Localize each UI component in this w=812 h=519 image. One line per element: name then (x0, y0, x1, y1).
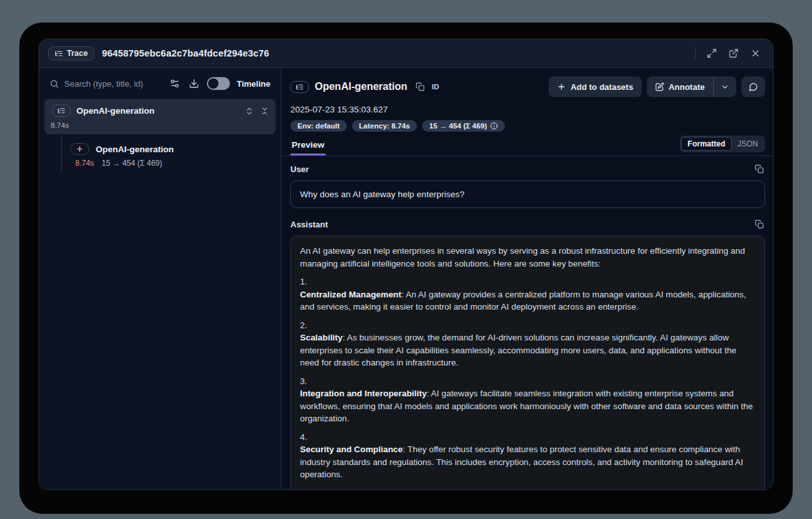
generation-node-duration: 8.74s (75, 159, 94, 168)
chevrons-up-down-icon[interactable] (245, 107, 254, 116)
assistant-message[interactable]: An AI gateway can help enterprises in se… (290, 236, 765, 489)
generation-node-name: OpenAI-generation (96, 145, 276, 154)
observation-type-icon (290, 81, 309, 93)
observation-actions: Add to datasets Annotate (549, 76, 765, 97)
assistant-section-label: Assistant (290, 220, 328, 229)
copy-assistant-button[interactable] (754, 218, 765, 230)
toggle-knob (208, 78, 218, 89)
trace-tree: OpenAI-generation 8.74s (39, 96, 281, 168)
tree-connector-line (61, 136, 62, 172)
trace-badge-label: Trace (67, 49, 88, 58)
trace-type-badge: Trace (48, 46, 94, 60)
download-button[interactable] (188, 77, 200, 90)
open-in-new-button[interactable] (725, 45, 742, 62)
assistant-list-item: 2. Scalability: As businesses grow, the … (300, 319, 755, 369)
comment-bubble-icon (748, 82, 758, 92)
format-toggle-formatted[interactable]: Formatted (681, 137, 732, 151)
annotate-label: Annotate (669, 82, 705, 92)
trace-node-icon (52, 105, 71, 117)
trace-id: 96458795ebc6a2c7ba4fdcef294e3c76 (102, 48, 269, 58)
annotate-button[interactable]: Annotate (647, 76, 713, 97)
user-message: Why does an AI gateway help enterprises? (290, 180, 765, 208)
root-node-duration: 8.74s (51, 121, 269, 129)
assistant-list-item: 3. Integration and Interoperability: AI … (300, 375, 755, 425)
tab-preview[interactable]: Preview (290, 137, 326, 155)
env-badge: Env: default (290, 120, 347, 132)
chevron-down-icon (721, 83, 729, 91)
comments-button[interactable] (741, 76, 765, 97)
download-icon (189, 78, 199, 89)
filter-settings-button[interactable] (168, 77, 181, 90)
assistant-section-header: Assistant (290, 218, 765, 230)
titlebar-actions (695, 45, 764, 62)
info-icon (490, 122, 498, 130)
sliders-icon (170, 78, 180, 89)
observation-detail-panel: OpenAI-generation ID (281, 68, 773, 489)
tree-node-generation[interactable]: OpenAI-generation 8.74s 15 → 454 (Σ 469) (44, 134, 276, 168)
trace-detail-modal: Trace 96458795ebc6a2c7ba4fdcef294e3c76 (39, 39, 773, 490)
tree-node-actions (245, 107, 269, 116)
preview-tabs-row: Preview Formatted JSON (281, 132, 773, 156)
observation-header: OpenAI-generation ID (281, 68, 773, 132)
search-box[interactable] (49, 79, 162, 89)
trace-tree-sidebar: Timeline OpenAI-generation (39, 68, 281, 489)
root-node-name: OpenAI-generation (76, 106, 239, 116)
generation-node-tokens: 15 → 454 (Σ 469) (102, 159, 162, 168)
edit-icon (655, 82, 664, 91)
plus-icon (557, 82, 566, 91)
active-tab-indicator (290, 154, 326, 155)
token-usage-badge[interactable]: 15 → 454 (Σ 469) (422, 120, 505, 132)
generation-node-icon (70, 143, 89, 155)
format-toggle-json[interactable]: JSON (732, 137, 764, 150)
add-to-datasets-button[interactable]: Add to datasets (549, 76, 642, 97)
observation-title: OpenAI-generation (315, 81, 407, 92)
annotate-split-button: Annotate (647, 76, 736, 97)
assistant-list-item: 1. Centralized Management: An AI gateway… (300, 276, 755, 313)
list-tree-icon (55, 49, 63, 58)
observation-timestamp: 2025-07-23 15:35:03.627 (290, 105, 765, 114)
timeline-toggle-label: Timeline (236, 79, 270, 89)
user-section-header: User (290, 163, 765, 175)
close-button[interactable] (747, 45, 764, 62)
external-link-icon (728, 48, 739, 58)
assistant-intro: An AI gateway can help enterprises in se… (300, 245, 755, 270)
latency-badge: Latency: 8.74s (352, 120, 417, 132)
format-toggle: Formatted JSON (680, 136, 765, 152)
tree-node-trace-root[interactable]: OpenAI-generation 8.74s (44, 99, 276, 134)
user-section-label: User (290, 164, 309, 174)
divider (695, 47, 696, 60)
search-icon (49, 79, 59, 89)
timeline-toggle[interactable] (207, 77, 230, 90)
expand-button[interactable] (703, 45, 720, 62)
io-preview-content: User Why does an AI gateway help enterpr… (281, 156, 773, 489)
copy-id-button[interactable] (414, 81, 426, 92)
maximize-icon (707, 48, 717, 58)
copy-icon (755, 220, 764, 229)
copy-icon (416, 82, 425, 91)
copy-user-button[interactable] (754, 163, 765, 175)
close-icon (750, 48, 761, 58)
annotate-dropdown-button[interactable] (714, 76, 736, 97)
copy-icon (755, 164, 764, 173)
add-to-datasets-label: Add to datasets (570, 82, 633, 92)
assistant-list-item: 4. Security and Compliance: They offer r… (300, 431, 755, 481)
modal-titlebar: Trace 96458795ebc6a2c7ba4fdcef294e3c76 (39, 39, 773, 68)
assistant-list-item: 5. (300, 487, 755, 490)
tab-preview-label: Preview (292, 140, 324, 150)
sidebar-toolbar: Timeline (39, 68, 281, 96)
id-label: ID (432, 83, 439, 91)
collapse-vertical-icon[interactable] (260, 107, 269, 116)
search-input[interactable] (64, 79, 148, 89)
observation-badges: Env: default Latency: 8.74s 15 → 454 (Σ … (290, 120, 765, 132)
